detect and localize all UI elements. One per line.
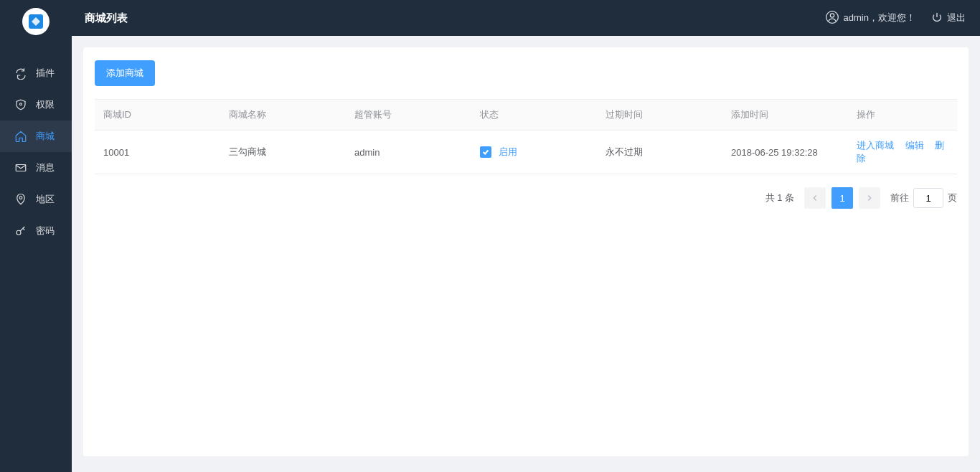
col-status: 状态 [471,100,597,131]
key-icon [13,225,29,237]
status-checkbox[interactable] [480,146,491,158]
sidebar: 插件 权限 商城 消息 [0,0,72,472]
jump-page-input[interactable] [913,188,943,208]
user-greeting: admin，欢迎您！ [844,11,915,24]
cell-expire: 永不过期 [597,131,722,174]
refresh-icon [13,67,29,80]
col-id: 商城ID [95,100,220,131]
home-icon [13,130,29,143]
sidebar-item-label: 消息 [36,161,55,174]
sidebar-item-mall[interactable]: 商城 [0,121,72,152]
col-created: 添加时间 [722,100,848,131]
logout-label: 退出 [947,11,966,24]
header: 商城列表 admin，欢迎您！ 退出 [72,0,980,36]
page-number-button[interactable]: 1 [831,187,853,209]
jump-prefix: 前往 [890,192,909,204]
sidebar-item-plugins[interactable]: 插件 [0,57,72,89]
status-label: 启用 [499,146,517,159]
map-pin-icon [13,193,29,206]
logo-icon [29,14,43,29]
cell-id: 10001 [95,131,220,174]
enter-mall-link[interactable]: 进入商城 [857,140,894,151]
prev-page-button[interactable] [804,187,826,209]
total-count: 共 1 条 [765,192,794,204]
logout-button[interactable]: 退出 [931,11,966,25]
col-ops: 操作 [848,100,957,131]
col-name: 商城名称 [220,100,346,131]
pagination: 共 1 条 1 前往 页 [95,187,957,209]
content-card: 添加商城 商城ID 商城名称 超管账号 状态 过期时间 添加时间 操作 [83,47,969,456]
cell-name: 三勾商城 [220,131,346,174]
next-page-button[interactable] [859,187,880,209]
edit-link[interactable]: 编辑 [905,140,924,151]
svg-point-3 [17,230,21,235]
cell-admin: admin [346,131,471,174]
col-admin: 超管账号 [346,100,471,131]
cell-created: 2018-06-25 19:32:28 [722,131,848,174]
page-title: 商城列表 [85,11,128,25]
sidebar-item-label: 插件 [36,67,55,80]
svg-point-2 [19,197,22,199]
sidebar-item-label: 地区 [36,193,55,206]
svg-rect-1 [16,165,26,171]
col-expire: 过期时间 [597,100,722,131]
sidebar-item-label: 商城 [36,130,55,143]
user-menu[interactable]: admin，欢迎您！ [825,10,915,27]
add-mall-button[interactable]: 添加商城 [95,60,155,86]
mall-table: 商城ID 商城名称 超管账号 状态 过期时间 添加时间 操作 10001 三勾商 [95,99,957,174]
nav-menu: 插件 权限 商城 消息 [0,57,72,247]
jump-suffix: 页 [948,192,957,204]
sidebar-item-permissions[interactable]: 权限 [0,89,72,121]
sidebar-item-password[interactable]: 密码 [0,215,72,247]
sidebar-item-region[interactable]: 地区 [0,184,72,215]
user-icon [825,10,839,27]
envelope-icon [13,161,29,174]
shield-icon [13,98,29,111]
svg-point-0 [20,103,22,105]
svg-point-5 [830,13,834,16]
sidebar-item-messages[interactable]: 消息 [0,152,72,184]
table-row: 10001 三勾商城 admin 启用 [95,131,957,174]
sidebar-item-label: 权限 [36,98,55,111]
power-icon [931,11,943,25]
sidebar-item-label: 密码 [36,225,55,237]
logo[interactable] [0,0,72,43]
